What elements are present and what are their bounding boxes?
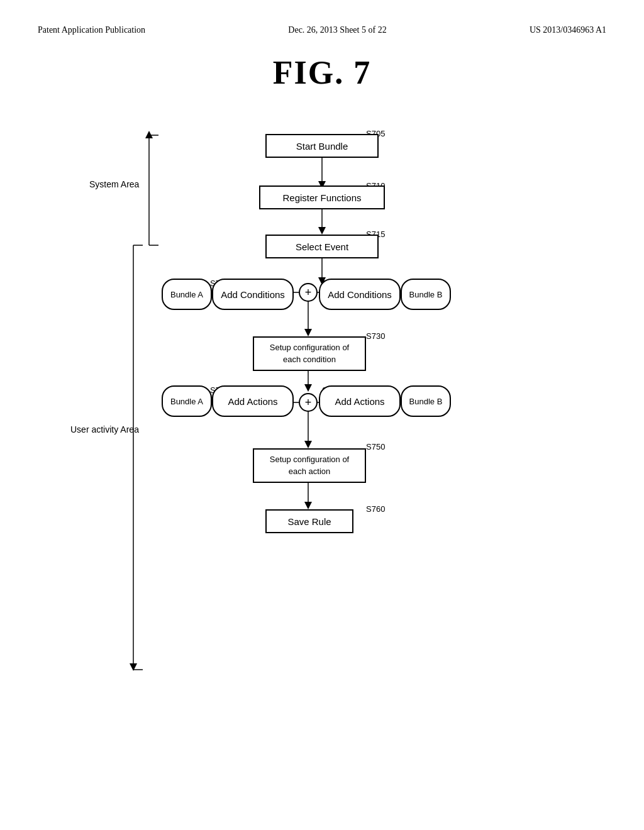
step-s730-label: S730 — [366, 331, 385, 341]
bundle-b-actions-label: Bundle B — [401, 385, 451, 417]
bundle-a-conditions-label: Bundle A — [162, 279, 212, 310]
header-left: Patent Application Publication — [38, 25, 145, 35]
bundle-a-actions-label: Bundle A — [162, 385, 212, 417]
diagram: S705 Start Bundle S710 Register Function… — [52, 123, 592, 720]
svg-marker-21 — [145, 131, 153, 138]
box-select-event: Select Event — [265, 235, 379, 258]
user-activity-area-label: User activity Area — [70, 424, 139, 434]
box-add-actions-right: Add Actions — [319, 385, 401, 417]
box-setup-conditions: Setup configuration of each condition — [253, 336, 366, 371]
step-s760-label: S760 — [366, 504, 385, 514]
bundle-b-conditions-label: Bundle B — [401, 279, 451, 310]
box-register-functions: Register Functions — [259, 185, 385, 209]
plus-circle-conditions: + — [299, 283, 318, 302]
box-setup-actions: Setup configuration of each action — [253, 448, 366, 483]
box-save-rule: Save Rule — [265, 509, 353, 533]
svg-marker-9 — [304, 329, 312, 336]
box-add-conditions-right: Add Conditions — [319, 279, 401, 310]
diagram-svg — [52, 123, 592, 720]
system-area-label: System Area — [89, 179, 139, 189]
header-right: US 2013/0346963 A1 — [530, 25, 606, 35]
plus-circle-actions: + — [299, 393, 318, 412]
box-add-actions-left: Add Actions — [212, 385, 294, 417]
figure-title: FIG. 7 — [38, 54, 606, 91]
page-header: Patent Application Publication Dec. 26, … — [38, 25, 606, 35]
svg-marker-11 — [304, 384, 312, 392]
step-s750-label: S750 — [366, 442, 385, 451]
svg-marker-17 — [304, 502, 312, 509]
svg-marker-3 — [318, 227, 326, 235]
svg-marker-15 — [304, 441, 312, 448]
header-center: Dec. 26, 2013 Sheet 5 of 22 — [288, 25, 386, 35]
box-start-bundle: Start Bundle — [265, 134, 379, 158]
svg-marker-25 — [130, 663, 137, 671]
box-add-conditions-left: Add Conditions — [212, 279, 294, 310]
page: Patent Application Publication Dec. 26, … — [0, 0, 644, 830]
